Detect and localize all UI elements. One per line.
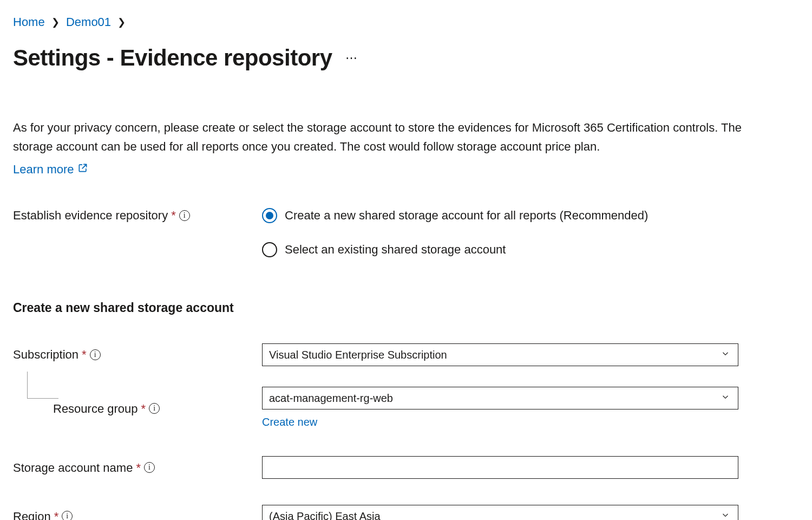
required-indicator: * bbox=[141, 400, 146, 418]
region-value: (Asia Pacific) East Asia bbox=[269, 508, 381, 520]
info-icon[interactable]: i bbox=[149, 403, 160, 414]
info-icon[interactable]: i bbox=[179, 210, 190, 221]
radio-icon bbox=[262, 208, 277, 223]
subscription-value: Visual Studio Enterprise Subscription bbox=[269, 347, 447, 363]
establish-label: Establish evidence repository bbox=[13, 206, 168, 224]
region-label: Region bbox=[13, 508, 51, 520]
required-indicator: * bbox=[171, 206, 176, 224]
breadcrumb: Home ❯ Demo01 ❯ bbox=[13, 13, 799, 31]
radio-select-label: Select an existing shared storage accoun… bbox=[285, 240, 506, 258]
chevron-right-icon: ❯ bbox=[51, 15, 60, 30]
storage-name-label: Storage account name bbox=[13, 459, 133, 477]
resource-group-select[interactable]: acat-management-rg-web bbox=[262, 387, 738, 410]
required-indicator: * bbox=[54, 508, 59, 520]
radio-select-existing[interactable]: Select an existing shared storage accoun… bbox=[262, 240, 799, 258]
external-link-icon bbox=[77, 160, 88, 178]
required-indicator: * bbox=[82, 346, 87, 363]
create-new-rg-link[interactable]: Create new bbox=[262, 414, 317, 430]
info-icon[interactable]: i bbox=[62, 511, 73, 520]
chevron-right-icon: ❯ bbox=[117, 15, 126, 30]
subscription-label: Subscription bbox=[13, 346, 78, 363]
chevron-down-icon bbox=[721, 508, 730, 520]
tree-connector bbox=[27, 372, 58, 399]
section-create-new: Create a new shared storage account bbox=[13, 298, 799, 317]
learn-more-label: Learn more bbox=[13, 160, 74, 178]
storage-name-input[interactable] bbox=[262, 456, 738, 479]
radio-create-label: Create a new shared storage account for … bbox=[285, 206, 648, 224]
region-select[interactable]: (Asia Pacific) East Asia bbox=[262, 505, 738, 520]
resource-group-value: acat-management-rg-web bbox=[269, 390, 393, 406]
breadcrumb-demo01[interactable]: Demo01 bbox=[66, 15, 111, 29]
intro-text: As for your privacy concern, please crea… bbox=[13, 118, 744, 156]
required-indicator: * bbox=[136, 459, 141, 477]
breadcrumb-home[interactable]: Home bbox=[13, 15, 45, 29]
info-icon[interactable]: i bbox=[90, 349, 101, 360]
info-icon[interactable]: i bbox=[144, 462, 155, 473]
radio-create-new[interactable]: Create a new shared storage account for … bbox=[262, 206, 799, 224]
resource-group-label: Resource group bbox=[53, 400, 138, 418]
page-title: Settings - Evidence repository bbox=[13, 41, 332, 75]
chevron-down-icon bbox=[721, 347, 730, 363]
learn-more-link[interactable]: Learn more bbox=[13, 160, 88, 178]
radio-icon bbox=[262, 242, 277, 257]
chevron-down-icon bbox=[721, 390, 730, 406]
more-actions-button[interactable]: ⋯ bbox=[345, 49, 358, 67]
subscription-select[interactable]: Visual Studio Enterprise Subscription bbox=[262, 343, 738, 366]
